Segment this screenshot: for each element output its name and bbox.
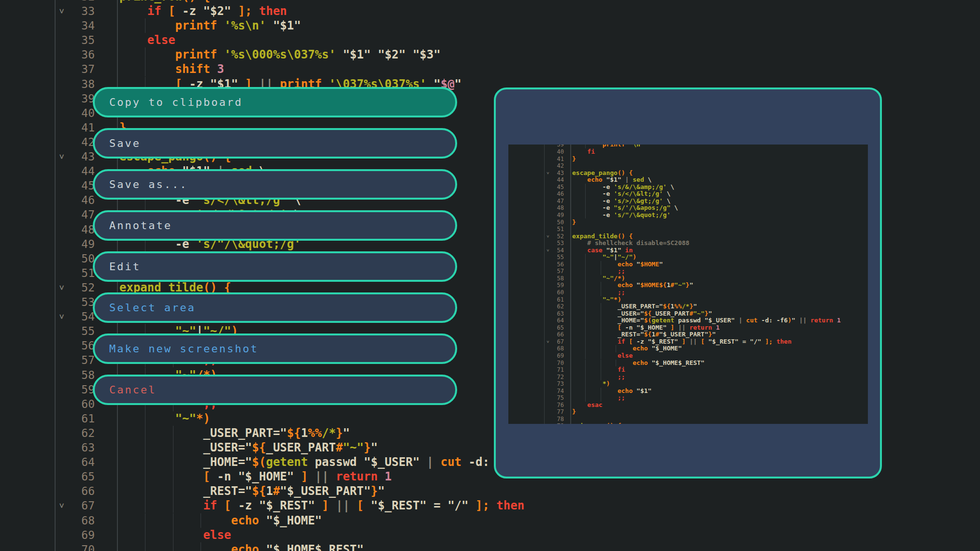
line-number: 47	[536, 198, 564, 205]
menu-item-copy-to-clipboard[interactable]: Copy to clipboard	[93, 87, 457, 117]
line-number: 56	[536, 261, 564, 268]
code-line: 40 fi	[508, 148, 868, 156]
line-number: 44	[536, 176, 564, 184]
line-number: 58	[67, 368, 95, 382]
line-number: 76	[536, 402, 564, 409]
screenshot-thumbnail: 39 printf '\n'40 fi41}42>43escape_pango(…	[508, 145, 868, 424]
code-line: 77}	[508, 408, 868, 416]
line-number: 60	[67, 397, 95, 411]
code-line: 53 # shellcheck disable=SC2088	[508, 240, 868, 247]
code-line: 69 else	[0, 528, 980, 542]
menu-item-cancel[interactable]: Cancel	[93, 375, 457, 405]
code-line: 34 printf '%s\n' "$1"	[0, 18, 980, 33]
line-number: 41	[536, 156, 564, 163]
line-number: 62	[67, 426, 95, 440]
line-number: 69	[67, 528, 95, 542]
code-text: echo "$_HOME"	[119, 513, 322, 528]
code-line: 59 echo "$HOME${1#"~"}"	[508, 282, 868, 289]
line-number: 77	[536, 408, 564, 416]
code-line: >67 if [ -z "$_REST" ] || [ "$_REST" = "…	[0, 498, 980, 513]
code-text: printf '%s\000%s\037%s' "$1" "$2" "$3"	[119, 47, 441, 62]
code-line: >52expand_tilde() {	[508, 233, 868, 240]
line-number: 40	[67, 106, 95, 120]
menu-item-save[interactable]: Save	[93, 128, 457, 159]
line-number: 50	[67, 251, 95, 266]
thumbnail-code: 39 printf '\n'40 fi41}42>43escape_pango(…	[508, 145, 868, 424]
code-text: }	[572, 408, 576, 416]
line-number: 43	[67, 149, 95, 164]
line-number: 53	[536, 240, 564, 247]
line-number: 59	[536, 282, 564, 289]
line-number: 71	[536, 366, 564, 374]
code-text: case "$1" in	[572, 247, 633, 254]
code-line: 36 printf '%s\000%s\037%s' "$1" "$2" "$3…	[0, 47, 980, 62]
code-text: echo "$HOME"	[572, 261, 663, 268]
line-number: 43	[536, 170, 564, 177]
line-number: 68	[536, 345, 564, 352]
code-line: 58 "~"/*)	[508, 275, 868, 282]
line-number: 74	[536, 388, 564, 395]
code-text: -e 's/"/\&quot;/g'	[572, 212, 671, 219]
code-line: 76 esac	[508, 402, 868, 409]
code-text: ;;	[572, 394, 625, 402]
line-number: 54	[67, 309, 95, 324]
code-line: 51	[508, 226, 868, 233]
code-text: else	[119, 528, 231, 542]
code-line: 66 _REST="${1#"$_USER_PART"}"	[0, 484, 980, 498]
code-line: 69 else	[508, 352, 868, 360]
code-line: 56 echo "$HOME"	[508, 261, 868, 268]
line-number: 55	[536, 254, 564, 261]
menu-item-edit[interactable]: Edit	[93, 251, 457, 282]
line-number: 34	[67, 18, 95, 33]
code-text: fi	[572, 366, 625, 374]
code-text: }	[572, 219, 576, 226]
code-text: if [ -z "$2" ]; then	[119, 4, 287, 18]
code-line: 60 ;;	[508, 289, 868, 296]
code-text: _USER="${_USER_PART#"~"}"	[572, 310, 712, 318]
line-number: 61	[67, 411, 95, 426]
line-number: 56	[67, 338, 95, 353]
code-text: -e "s/'/\&apos;/g" \	[572, 204, 678, 212]
code-text: main_menu() {	[572, 422, 621, 424]
line-number: 33	[67, 4, 95, 18]
line-number: 51	[536, 226, 564, 233]
code-line: 68 echo "$_HOME"	[0, 513, 980, 528]
code-line: 50}	[508, 219, 868, 226]
code-line: 32print_row() {	[0, 0, 980, 4]
code-text: "~"*)	[572, 296, 621, 304]
code-line: 79main_menu() {	[508, 422, 868, 424]
code-line: 35 else	[0, 33, 980, 47]
code-text: *)	[572, 380, 610, 388]
code-line: 45 -e 's/&/\&amp;/g' \	[508, 184, 868, 191]
line-number: 65	[67, 469, 95, 484]
code-line: 41}	[508, 156, 868, 163]
code-line: 64 _HOME="$(getent passwd "$_USER" | cut…	[508, 317, 868, 324]
code-line: 61 "~"*)	[508, 296, 868, 304]
code-text: echo "$1"	[572, 388, 651, 395]
code-line: 72 ;;	[508, 374, 868, 381]
menu-item-select-area[interactable]: Select area	[93, 292, 457, 323]
menu-item-save-as[interactable]: Save as...	[93, 169, 457, 200]
screenshot-preview-panel: 39 printf '\n'40 fi41}42>43escape_pango(…	[494, 87, 882, 478]
code-text: _USER_PART="${1%%/*}"	[572, 303, 697, 310]
code-line: 70 echo "$_HOME$_REST"	[508, 360, 868, 367]
code-line: 63 _USER="${_USER_PART#"~"}"	[508, 310, 868, 318]
menu-item-annotate[interactable]: Annotate	[93, 210, 457, 241]
line-number: 69	[536, 352, 564, 360]
line-number: 54	[536, 247, 564, 254]
code-line: 55 "~"|"~/")	[508, 254, 868, 261]
menu-item-make-new-screenshot[interactable]: Make new screenshot	[93, 334, 457, 364]
line-number: 70	[67, 542, 95, 551]
line-number: 65	[536, 324, 564, 332]
line-number: 48	[536, 204, 564, 212]
code-line: 37 shift 3	[0, 62, 980, 76]
line-number: 63	[67, 440, 95, 455]
code-text: print_row() {	[119, 0, 210, 4]
code-text: expand_tilde() {	[572, 233, 633, 240]
line-number: 45	[67, 178, 95, 193]
line-number: 52	[536, 233, 564, 240]
screen: 32print_row() {>33 if [ -z "$2" ]; then3…	[0, 0, 980, 551]
code-line: 47 -e 's/>/\&gt;/g' \	[508, 198, 868, 205]
code-text: ;;	[572, 374, 625, 381]
code-text: echo "$_HOME$_REST"	[572, 360, 705, 367]
